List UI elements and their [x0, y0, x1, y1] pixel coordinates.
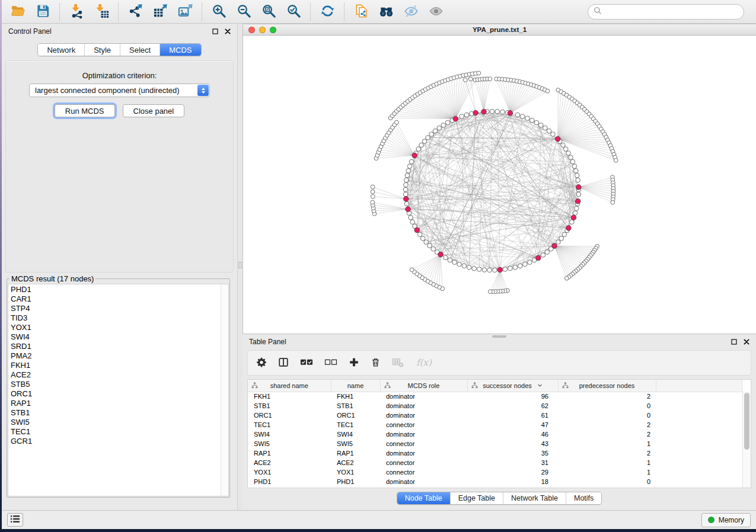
network-node-dominator[interactable] [536, 255, 541, 261]
run-mcds-button[interactable]: Run MCDS [55, 104, 115, 117]
select-all-columns-button[interactable] [300, 357, 313, 370]
mcds-result-list[interactable]: PHD1CAR1STP4TID3YOX1SWI4SRD1PMA2FKH1ACE2… [8, 284, 229, 496]
network-node[interactable] [495, 109, 500, 114]
network-node-dominator[interactable] [404, 197, 409, 202]
network-node[interactable] [546, 89, 550, 93]
network-node[interactable] [477, 71, 481, 75]
network-node[interactable] [426, 136, 430, 140]
network-node[interactable] [572, 164, 577, 169]
network-node[interactable] [371, 185, 375, 189]
mcds-result-item[interactable]: GCR1 [11, 437, 221, 446]
network-node[interactable] [371, 190, 375, 194]
cell-predecessor-nodes[interactable]: 1 [558, 458, 656, 467]
cell-shared-name[interactable]: RAP1 [248, 448, 331, 458]
column-header-MCDS-role[interactable]: MCDS role [380, 380, 467, 392]
network-node[interactable] [490, 109, 495, 114]
network-node[interactable] [562, 232, 567, 237]
table-row[interactable]: SWI4SWI4dominator462 [248, 430, 742, 439]
network-node[interactable] [409, 159, 414, 164]
network-node[interactable] [457, 262, 462, 267]
network-node[interactable] [462, 264, 467, 268]
column-header-shared-name[interactable]: shared name [248, 380, 331, 392]
network-node[interactable] [464, 113, 469, 117]
network-node[interactable] [614, 158, 618, 162]
cell-successor-nodes[interactable]: 43 [467, 439, 558, 448]
network-node[interactable] [404, 178, 409, 182]
network-node-dominator[interactable] [406, 207, 411, 212]
network-node[interactable] [406, 169, 411, 174]
cell-name[interactable]: FKH1 [331, 392, 380, 401]
table-row[interactable]: STB1STB1dominator620 [248, 401, 742, 411]
save-button[interactable] [30, 2, 55, 22]
table-row[interactable]: TEC1TEC1connector472 [248, 420, 742, 430]
table-scrollbar-thumb[interactable] [744, 393, 749, 450]
network-node[interactable] [576, 192, 581, 197]
mcds-result-item[interactable]: SRD1 [11, 342, 221, 351]
network-node[interactable] [395, 120, 399, 124]
zoom-window-icon[interactable] [270, 27, 276, 33]
cell-name[interactable]: PHD1 [331, 477, 380, 486]
mcds-result-item[interactable]: YOX1 [11, 323, 221, 332]
zoom-fit-button[interactable] [256, 2, 281, 22]
network-node[interactable] [416, 147, 421, 152]
cell-name[interactable]: ACE2 [331, 458, 380, 467]
new-network-from-selection-button[interactable] [349, 2, 374, 22]
cell-successor-nodes[interactable]: 18 [467, 477, 558, 486]
mcds-result-item[interactable]: TID3 [11, 313, 221, 323]
network-node[interactable] [428, 243, 432, 248]
network-node[interactable] [437, 126, 442, 130]
mcds-result-item[interactable]: TEC1 [11, 427, 221, 437]
cell-successor-nodes[interactable]: 31 [467, 458, 558, 467]
network-node[interactable] [482, 268, 487, 273]
network-node[interactable] [448, 258, 452, 262]
network-node[interactable] [410, 220, 415, 225]
network-node[interactable] [410, 268, 414, 272]
cell-shared-name[interactable]: YOX1 [248, 467, 331, 477]
network-node[interactable] [467, 265, 471, 270]
cell-predecessor-nodes[interactable]: 0 [558, 477, 656, 486]
cell-shared-name[interactable]: SWI5 [248, 439, 331, 448]
export-table-button[interactable] [148, 2, 173, 22]
network-node[interactable] [503, 267, 508, 272]
network-node[interactable] [404, 182, 409, 187]
network-node[interactable] [404, 201, 409, 206]
network-node[interactable] [433, 129, 438, 133]
mcds-result-item[interactable]: SWI4 [11, 332, 221, 342]
mcds-result-item[interactable]: ORC1 [11, 389, 221, 399]
network-node[interactable] [419, 143, 424, 148]
network-node[interactable] [569, 155, 573, 160]
network-node-dominator[interactable] [497, 267, 503, 273]
cell-MCDS-role[interactable]: dominator [380, 411, 467, 420]
cell-shared-name[interactable]: STB1 [248, 401, 331, 411]
network-node[interactable] [523, 262, 528, 267]
cell-successor-nodes[interactable]: 29 [467, 467, 558, 477]
table-row[interactable]: ORC1ORC1dominator610 [248, 411, 742, 420]
mcds-result-item[interactable]: CAR1 [11, 294, 221, 304]
hide-selected-button[interactable] [398, 2, 423, 22]
network-node[interactable] [500, 110, 505, 114]
network-node[interactable] [420, 236, 425, 241]
cell-successor-nodes[interactable]: 96 [467, 392, 558, 401]
cell-shared-name[interactable]: ORC1 [248, 411, 331, 420]
network-node-dominator[interactable] [481, 109, 487, 114]
cell-successor-nodes[interactable]: 62 [467, 401, 558, 411]
network-node[interactable] [429, 132, 434, 137]
float-table-panel-icon[interactable] [731, 339, 737, 345]
network-node-dominator[interactable] [508, 111, 513, 116]
cell-predecessor-nodes[interactable]: 1 [558, 439, 656, 448]
import-network-button[interactable] [64, 2, 89, 22]
network-node[interactable] [538, 123, 543, 128]
cell-shared-name[interactable]: ACE2 [248, 458, 331, 467]
mcds-result-item[interactable]: SWI5 [11, 418, 221, 427]
network-node[interactable] [493, 268, 497, 273]
network-node[interactable] [463, 78, 467, 82]
table-scrollbar[interactable] [742, 392, 751, 488]
network-node[interactable] [528, 260, 532, 265]
show-column-panel-button[interactable] [278, 357, 289, 370]
network-node-dominator[interactable] [414, 227, 420, 233]
cell-MCDS-role[interactable]: dominator [380, 401, 467, 411]
cell-MCDS-role[interactable]: dominator [380, 448, 467, 458]
minimize-window-icon[interactable] [259, 27, 266, 33]
cell-name[interactable]: ORC1 [331, 411, 380, 420]
network-node[interactable] [534, 120, 539, 125]
